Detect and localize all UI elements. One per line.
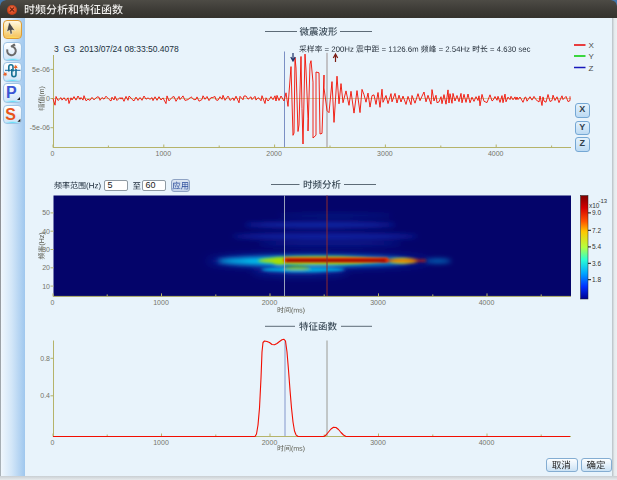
- svg-text:S: S: [5, 106, 16, 123]
- svg-text:3.6: 3.6: [592, 260, 601, 267]
- svg-text:40: 40: [42, 228, 50, 235]
- svg-text:3000: 3000: [370, 299, 386, 306]
- svg-text:1000: 1000: [156, 150, 172, 157]
- svg-text:0: 0: [51, 439, 55, 446]
- svg-text:2000: 2000: [262, 439, 278, 446]
- svg-text:1000: 1000: [153, 439, 169, 446]
- svg-text:5e-06: 5e-06: [32, 66, 50, 73]
- svg-text:10: 10: [42, 283, 50, 290]
- svg-text:0.8: 0.8: [40, 355, 50, 362]
- svg-text:P: P: [6, 84, 17, 101]
- svg-text:0: 0: [51, 150, 55, 157]
- svg-text:Z: Z: [589, 64, 594, 73]
- svg-text:2000: 2000: [262, 299, 278, 306]
- svg-text:Y: Y: [589, 52, 595, 61]
- svg-text:20: 20: [42, 264, 50, 271]
- svg-text:2000: 2000: [266, 150, 282, 157]
- svg-text:-5e-06: -5e-06: [30, 124, 50, 131]
- svg-text:30: 30: [42, 246, 50, 253]
- svg-text:1.8: 1.8: [592, 276, 601, 283]
- svg-text:X: X: [589, 41, 595, 50]
- svg-text:4000: 4000: [488, 150, 504, 157]
- svg-text:7.2: 7.2: [592, 227, 601, 234]
- svg-text:50: 50: [42, 209, 50, 216]
- svg-text:5.4: 5.4: [592, 243, 601, 250]
- svg-text:0: 0: [46, 95, 50, 102]
- svg-text:4000: 4000: [479, 299, 495, 306]
- svg-text:-13: -13: [599, 198, 608, 204]
- svg-text:3 G3 2013/07/24 08:33:50.407: 3 G3 2013/07/24 08:33:50.4078: [54, 44, 179, 54]
- svg-text:3000: 3000: [377, 150, 393, 157]
- svg-text:1000: 1000: [153, 299, 169, 306]
- svg-text:0.4: 0.4: [40, 392, 50, 399]
- svg-text:4000: 4000: [479, 439, 495, 446]
- svg-text:3000: 3000: [370, 439, 386, 446]
- svg-text:9.0: 9.0: [592, 209, 601, 216]
- svg-text:0: 0: [51, 299, 55, 306]
